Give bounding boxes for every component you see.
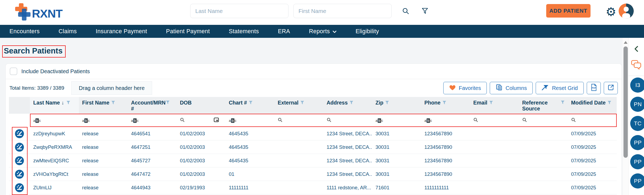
favorites-button[interactable]: Favorites	[443, 82, 487, 94]
column-filter-funnel-icon[interactable]	[441, 100, 446, 106]
nav-item-eligibility[interactable]: Eligibility	[355, 28, 379, 35]
cell-phone: 1234567890	[421, 171, 470, 177]
column-filter-funnel-icon[interactable]	[348, 100, 353, 106]
drag-column-hint[interactable]: Drag a column header here	[71, 81, 152, 95]
cell-modified-date: 07/09/2025	[568, 158, 617, 164]
filter-cell-zip[interactable]: abc	[372, 118, 421, 123]
scrollbar-up-arrow[interactable]	[624, 41, 628, 44]
column-filter-funnel-icon[interactable]	[487, 100, 493, 106]
nav-item-claims[interactable]: Claims	[59, 28, 77, 35]
cell-address: 1111 redstone, AR...	[323, 185, 372, 191]
table-row[interactable]: ZwqbyPeRXMRArelease464725101/02/20034645…	[9, 140, 617, 154]
nav-item-insurance-payment[interactable]: Insurance Payment	[96, 28, 147, 35]
filter-cell-first-name[interactable]: abc	[79, 118, 128, 123]
columns-icon	[496, 84, 502, 92]
pdf-icon: PDF	[591, 84, 597, 92]
column-header-email[interactable]: Email	[470, 97, 519, 114]
nav-item-era[interactable]: ERA	[278, 28, 290, 35]
table-row[interactable]: zzDjreyhupwKrelease464654101/02/20034645…	[9, 127, 617, 140]
columns-button[interactable]: Columns	[490, 82, 533, 94]
filter-cell-modified-date[interactable]	[568, 117, 617, 123]
filter-cell-last-name[interactable]: abc	[30, 118, 79, 123]
first-name-input[interactable]	[293, 4, 392, 18]
abc-filter-icon: abc	[424, 118, 432, 123]
cell-account-mrn: 4647251	[128, 144, 177, 150]
export-pdf-button[interactable]: PDF	[587, 82, 601, 94]
column-header-chart[interactable]: Chart #	[226, 97, 274, 114]
badge-pn[interactable]: PN	[630, 97, 644, 112]
filter-cell-address[interactable]	[323, 117, 372, 123]
column-header-phone[interactable]: Phone	[421, 97, 470, 114]
abc-filter-icon: abc	[131, 118, 139, 123]
cell-last-name: zzDjreyhupwK	[30, 131, 79, 137]
avatar[interactable]	[619, 4, 634, 19]
table-row[interactable]: ZUlmLlJrelease464494302/19/1993111111111…	[9, 181, 617, 194]
patient-dashboard-icon[interactable]	[9, 156, 30, 165]
search-icon[interactable]	[402, 7, 410, 16]
column-header-zip[interactable]: Zip	[372, 97, 421, 114]
add-patient-button[interactable]: ADD PATIENT	[546, 4, 591, 18]
column-filter-funnel-icon[interactable]	[109, 100, 115, 106]
filter-cell-dob[interactable]	[177, 117, 226, 123]
filter-cell-external[interactable]	[274, 117, 323, 123]
column-filter-funnel-icon[interactable]	[65, 100, 70, 106]
filter-icon[interactable]	[421, 7, 428, 16]
column-header-reference-source[interactable]: Reference Source	[519, 97, 568, 114]
column-header-address[interactable]: Address	[323, 97, 372, 114]
cell-account-mrn: 4647472	[128, 171, 177, 177]
filter-cell-reference-source[interactable]	[519, 117, 568, 123]
collapse-chevron-icon[interactable]	[634, 46, 638, 53]
filter-cell-account-mrn[interactable]: abc	[128, 118, 177, 123]
column-header-account-mrn[interactable]: Account/MRN #	[128, 97, 177, 114]
cell-phone: 1234567890	[421, 144, 470, 150]
main-nav: Encounters Claims Insurance Payment Pati…	[0, 25, 644, 38]
filter-cell-phone[interactable]: abc	[421, 118, 470, 123]
cell-first-name: release	[79, 171, 128, 177]
column-header-modified-date[interactable]: Modified Date	[568, 97, 617, 114]
badge-pp-2[interactable]: PP	[630, 154, 644, 169]
gear-icon[interactable]: ⚙	[606, 4, 616, 20]
include-deactivated-checkbox[interactable]	[10, 68, 17, 75]
patient-dashboard-icon[interactable]	[9, 183, 30, 192]
chat-icon[interactable]	[631, 60, 642, 71]
last-name-input[interactable]	[190, 4, 289, 18]
cell-account-mrn: 4644943	[128, 185, 177, 191]
abc-filter-icon: abc	[33, 118, 41, 123]
column-filter-funnel-icon[interactable]	[298, 100, 304, 106]
nav-item-encounters[interactable]: Encounters	[9, 28, 40, 35]
table-row[interactable]: zVHOaYbgRtCtrelease464747201/02/20030112…	[9, 167, 617, 181]
cell-zip: 30031	[372, 158, 421, 164]
reset-grid-button[interactable]: Reset Grid	[536, 82, 584, 94]
badge-tc[interactable]: TC	[630, 116, 644, 131]
filter-cell-chart[interactable]: abc	[226, 118, 274, 123]
scrollbar-thumb[interactable]	[623, 46, 628, 158]
patient-dashboard-icon[interactable]	[9, 170, 30, 179]
column-filter-funnel-icon[interactable]	[383, 100, 389, 106]
badge-pp-3[interactable]: PP	[630, 173, 644, 189]
export-grid-button[interactable]	[604, 82, 618, 94]
column-filter-funnel-icon[interactable]	[247, 100, 253, 106]
rxnt-logo[interactable]: RXNT	[13, 3, 70, 22]
calendar-icon[interactable]	[214, 117, 219, 123]
content-area: Search Patients Include Deactivated Pati…	[0, 38, 644, 195]
column-header-external[interactable]: External	[274, 97, 323, 114]
nav-item-statements[interactable]: Statements	[229, 28, 259, 35]
cell-last-name: ZwqbyPeRXMRA	[30, 144, 79, 150]
column-header-first-name[interactable]: First Name	[79, 97, 128, 114]
patient-dashboard-icon[interactable]	[9, 129, 30, 138]
sidebar-divider	[629, 76, 644, 76]
cell-last-name: zwMtevElQSRC	[30, 158, 79, 164]
column-header-dob[interactable]: DOB	[177, 97, 226, 114]
patient-dashboard-icon[interactable]	[9, 143, 30, 152]
nav-item-patient-payment[interactable]: Patient Payment	[166, 28, 210, 35]
table-row[interactable]: zwMtevElQSRCrelease464572701/02/20034645…	[9, 154, 617, 167]
column-header-last-name[interactable]: Last Name↓	[30, 97, 79, 114]
heart-icon	[449, 85, 456, 92]
badge-pp-1[interactable]: PP	[630, 135, 644, 150]
badge-i3[interactable]: I3	[630, 78, 644, 93]
filter-cell-email[interactable]	[470, 117, 519, 123]
cell-dob: 01/02/2003	[177, 144, 226, 150]
column-header-row-icons	[9, 97, 30, 114]
column-filter-funnel-icon[interactable]	[606, 100, 611, 106]
nav-item-reports[interactable]: Reports	[309, 28, 337, 35]
